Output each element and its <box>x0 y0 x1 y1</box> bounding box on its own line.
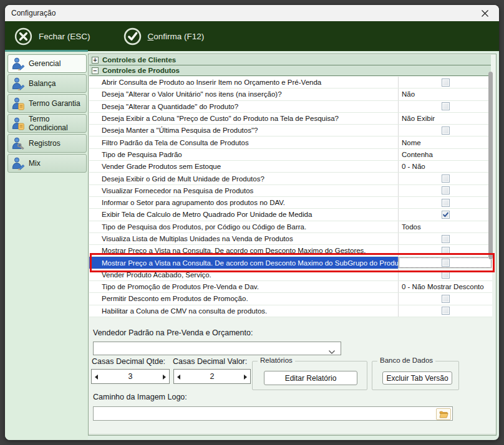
sidebar-item-label: Mix <box>29 159 41 168</box>
table-row[interactable]: Filtro Padrão da Tela de Consulta de Pro… <box>89 136 492 148</box>
toolbar: Fechar (ESC) Confirma (F12) <box>5 21 499 51</box>
collapse-icon[interactable]: − <box>92 67 99 74</box>
table-row[interactable]: Exibir Tela de Calculo de Metro Quadrado… <box>89 209 492 221</box>
table-row[interactable]: Visualizar Fornecedor na Pesquisa de Pro… <box>89 185 492 197</box>
table-row[interactable]: Mostrar Preço a Vista na Consulta. De ac… <box>89 257 492 269</box>
checkbox[interactable] <box>442 211 450 219</box>
vendor-default-label: Vendedor Padrão na Pre-Venda e Orçamento… <box>93 328 253 337</box>
setting-value-cell <box>398 257 492 268</box>
checkbox[interactable] <box>442 235 450 243</box>
sidebar-item-registros[interactable]: Registros <box>7 134 87 153</box>
setting-value-cell <box>398 245 492 256</box>
setting-value-cell <box>398 305 492 317</box>
table-row[interactable]: Tipo de Promoção de Produtos Pre-Venda e… <box>89 281 492 293</box>
checkbox[interactable] <box>442 270 450 279</box>
decimal-value-value: 2 <box>210 372 215 381</box>
checkbox[interactable] <box>442 79 450 87</box>
setting-value: Não Exibir <box>402 115 435 122</box>
sidebar-item-balanca[interactable]: Balança <box>7 74 87 93</box>
database-group-label: Banco de Dados <box>377 356 435 364</box>
setting-value: 0 - Não Mostrar Desconto <box>402 283 484 290</box>
table-row[interactable]: Habilitar a Coluna de CMV na consulta de… <box>89 305 492 317</box>
stepper-decrement-icon[interactable] <box>95 375 98 380</box>
sidebar-tabs: GerencialBalançaTermo GarantiaTermo Cond… <box>5 52 88 440</box>
checkbox[interactable] <box>442 259 450 267</box>
checkbox[interactable] <box>442 102 450 110</box>
setting-value-cell[interactable]: Não <box>398 89 492 100</box>
delete-tab-version-button[interactable]: Excluir Tab Versão <box>382 371 452 385</box>
setting-label: Deseja Exibir a Coluna "Preço de Custo" … <box>89 113 398 124</box>
table-row[interactable]: Tipo de Pesquisa PadrãoContenha <box>89 149 492 161</box>
folder-icon <box>439 411 448 418</box>
stepper-increment-icon[interactable] <box>163 375 166 380</box>
vendor-default-combobox[interactable] <box>93 342 341 355</box>
settings-list: Abrir Consulta de Produto ao Inserir Ite… <box>89 77 492 317</box>
setting-value-cell <box>398 209 492 220</box>
logo-path-input[interactable] <box>93 406 453 421</box>
decimal-qty-value: 3 <box>128 372 133 381</box>
checkbox[interactable] <box>442 127 450 135</box>
setting-label: Deseja Manter a "Última Pesquisa de Prod… <box>89 125 398 136</box>
checkbox[interactable] <box>442 175 450 183</box>
confirm-f12-button[interactable]: Confirma (F12) <box>123 27 205 46</box>
decimal-qty-stepper[interactable]: 3 <box>91 369 170 384</box>
table-row[interactable]: Deseja Exibir a Coluna "Preço de Custo" … <box>89 113 492 125</box>
table-row[interactable]: Abrir Consulta de Produto ao Inserir Ite… <box>89 77 492 89</box>
setting-label: Exibir Tela de Calculo de Metro Quadrado… <box>89 209 398 220</box>
person-wrench-icon <box>11 136 25 150</box>
setting-value-cell[interactable]: 0 - Não <box>398 161 492 172</box>
setting-label: Visualizar Fornecedor na Pesquisa de Pro… <box>89 185 398 196</box>
circle-x-icon <box>14 27 33 46</box>
table-row[interactable]: Deseja "Alterar a Quantidade" do Produto… <box>89 101 492 113</box>
table-row[interactable]: Vender Produto Acabado, Serviço. <box>89 269 492 281</box>
check-icon <box>442 211 449 218</box>
setting-label: Tipo de Pesquisa Padrão <box>89 149 398 160</box>
sidebar-item-gerencial[interactable]: Gerencial <box>7 54 87 73</box>
setting-value-cell[interactable]: Nome <box>398 136 492 148</box>
sidebar-item-label: Registros <box>29 139 61 148</box>
checkbox[interactable] <box>442 307 450 315</box>
scrollbar[interactable] <box>488 72 493 259</box>
edit-report-button[interactable]: Editar Relatório <box>264 371 357 385</box>
table-row[interactable]: Mostrar Preço a Vista na Consulta. De ac… <box>89 245 492 257</box>
setting-value-cell <box>398 233 492 244</box>
section-header-clientes[interactable]: + Controles de Clientes <box>89 55 491 65</box>
table-row[interactable]: Vender Grade Produtos sem Estoque0 - Não <box>89 161 492 173</box>
table-row[interactable]: Deseja Exibir o Grid de Mult Unidade de … <box>89 173 492 184</box>
stepper-increment-icon[interactable] <box>244 375 247 380</box>
table-row[interactable]: Deseja Manter a "Última Pesquisa de Prod… <box>89 125 492 136</box>
setting-label: Permitir Desconto em Produtos de Promoçã… <box>89 293 398 304</box>
checkbox[interactable] <box>442 295 450 303</box>
table-row[interactable]: Visualiza Lista de Multiplas Unidades na… <box>89 233 492 245</box>
checkbox[interactable] <box>442 199 450 207</box>
sidebar-item-termo-garantia[interactable]: Termo Garantia <box>7 94 87 113</box>
decimal-value-stepper[interactable]: 2 <box>173 369 251 384</box>
setting-label: Filtro Padrão da Tela de Consulta de Pro… <box>89 136 398 148</box>
table-row[interactable]: Tipo de Pesquisa dos Produtos, por Códig… <box>89 221 492 233</box>
sidebar-item-mix[interactable]: Mix <box>7 154 87 173</box>
close-esc-button[interactable]: Fechar (ESC) <box>14 27 90 46</box>
setting-label: Deseja Exibir o Grid de Mult Unidade de … <box>89 173 398 184</box>
table-row[interactable]: Deseja "Alterar o Valor Unitário" nos it… <box>89 89 492 100</box>
setting-value-cell[interactable]: Não Exibir <box>398 113 492 124</box>
sidebar-item-termo-condicional[interactable]: Termo Condicional <box>7 114 87 133</box>
chevron-down-icon <box>328 346 336 357</box>
setting-value-cell[interactable]: Contenha <box>398 149 492 160</box>
browse-folder-button[interactable] <box>436 408 451 420</box>
section-header-produtos[interactable]: − Controles de Produtos <box>89 65 491 76</box>
sidebar-item-label: Termo Condicional <box>29 115 86 132</box>
stepper-decrement-icon[interactable] <box>177 375 180 380</box>
logo-path-label: Caminho da Imagem Logo: <box>93 393 187 401</box>
sidebar-item-label: Gerencial <box>29 59 61 68</box>
expand-icon[interactable]: + <box>92 57 99 64</box>
checkbox[interactable] <box>442 186 450 194</box>
window-close-button[interactable] <box>479 8 490 18</box>
setting-value-cell[interactable]: 0 - Não Mostrar Desconto <box>398 281 492 292</box>
titlebar: Configuração <box>5 5 499 21</box>
table-row[interactable]: Permitir Desconto em Produtos de Promoçã… <box>89 293 492 305</box>
checkbox[interactable] <box>442 247 450 255</box>
setting-label: Tipo de Promoção de Produtos Pre-Venda e… <box>89 281 398 292</box>
configuracao-window: Configuração Fechar (ESC) Confirma (F12)… <box>5 5 499 440</box>
table-row[interactable]: Informar o Setor para agrupamento dos pr… <box>89 197 492 209</box>
setting-value-cell[interactable]: Todos <box>398 221 492 232</box>
